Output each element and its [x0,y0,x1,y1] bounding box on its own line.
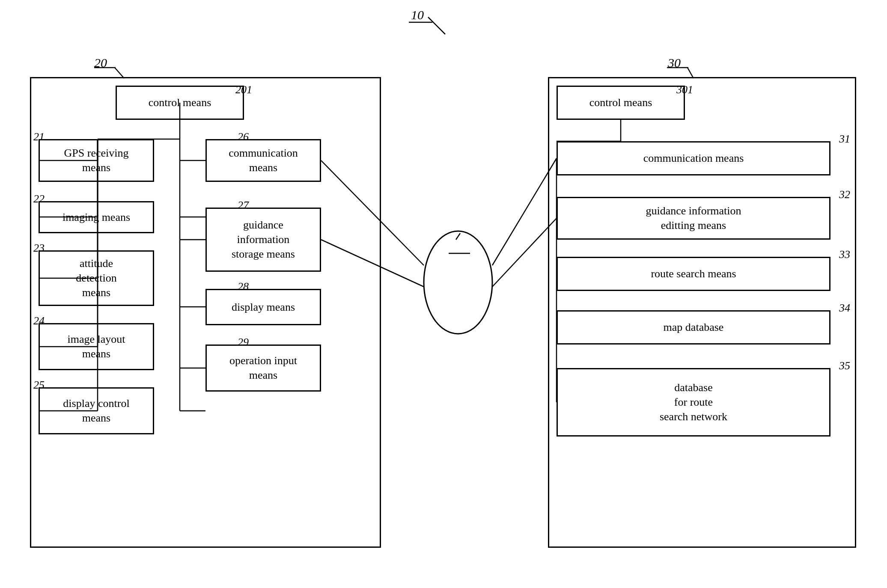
ref-31: 31 [839,133,850,146]
guidance-information-editting-means: guidance information editting means [557,197,830,240]
diagram: 10 20 30 12 control means 201 21 GPS rec… [0,0,887,588]
svg-line-30 [492,218,557,287]
ref-33: 33 [839,248,850,261]
svg-line-0 [428,17,445,34]
ref-301: 301 [676,83,693,96]
route-network-database: database for route search network [557,368,830,437]
image-layout-means: image layout means [39,323,154,370]
guidance-information-storage-means: guidance information storage means [205,208,321,272]
right-communication-means: communication means [557,141,830,175]
svg-line-29 [492,158,557,265]
ref-201: 201 [235,83,252,96]
left-control-means: control means [116,86,244,120]
ref-10: 10 [411,8,424,22]
route-search-means: route search means [557,257,830,291]
display-means: display means [205,289,321,325]
display-control-means: display control means [39,387,154,434]
ref-32: 32 [839,188,850,201]
left-communication-means: communication means [205,139,321,182]
ref-12: 12 [449,240,462,254]
attitude-detection-means: attitude detection means [39,250,154,306]
operation-input-means: operation input means [205,344,321,392]
ref-35: 35 [839,359,850,372]
ref-34: 34 [839,302,850,315]
ref-30: 30 [668,56,681,70]
ref-20: 20 [94,56,107,70]
imaging-means: imaging means [39,201,154,233]
right-control-means: control means [557,86,685,120]
map-database: map database [557,310,830,344]
gps-receiving-means: GPS receiving means [39,139,154,182]
svg-line-35 [456,233,460,240]
